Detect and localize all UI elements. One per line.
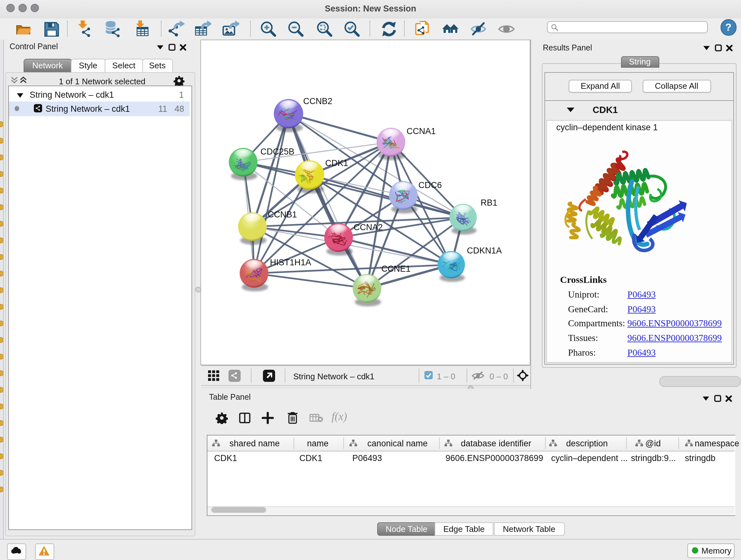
svg-text:CDC6: CDC6 — [418, 180, 442, 190]
svg-text:CCNA2: CCNA2 — [353, 223, 383, 232]
svg-text:RB1: RB1 — [480, 198, 497, 207]
svg-text:CDC25B: CDC25B — [260, 147, 294, 157]
svg-text:CCNE1: CCNE1 — [381, 264, 410, 273]
svg-text:CCNB2: CCNB2 — [303, 97, 332, 106]
svg-text:HIST1H1A: HIST1H1A — [270, 258, 311, 267]
svg-text:CCNB1: CCNB1 — [267, 210, 297, 219]
svg-text:CCNA1: CCNA1 — [406, 126, 435, 136]
svg-text:CDK1: CDK1 — [325, 159, 348, 168]
svg-text:CDKN1A: CDKN1A — [467, 246, 502, 255]
